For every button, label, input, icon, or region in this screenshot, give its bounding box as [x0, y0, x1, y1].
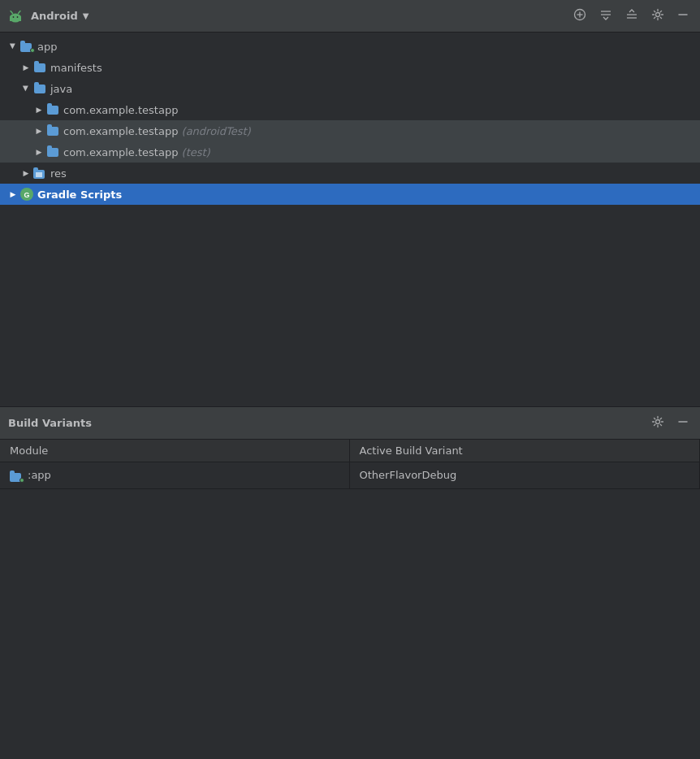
pkg2-label: com.example.testapp (androidTest) [63, 125, 251, 137]
svg-line-3 [11, 11, 13, 14]
expand-all-button[interactable] [622, 7, 642, 25]
module-cell: :app [0, 462, 349, 489]
col-header-module: Module [0, 440, 349, 462]
svg-rect-7 [10, 15, 21, 21]
tree-item-res[interactable]: ▶ res [0, 163, 700, 184]
svg-line-5 [19, 11, 20, 14]
col-header-variant: Active Build Variant [349, 440, 700, 462]
file-tree-panel: Android ▼ [0, 0, 700, 406]
chevron-pkg3: ▶ [32, 148, 45, 156]
tree-item-app[interactable]: ▶ app [0, 36, 700, 57]
pkg3-folder-icon [45, 145, 60, 159]
svg-point-9 [17, 16, 19, 18]
file-tree-content: ▶ app ▶ [0, 33, 700, 406]
app-label: app [37, 41, 57, 53]
minimize-button[interactable] [674, 7, 692, 24]
svg-point-24 [656, 420, 660, 424]
settings-button[interactable] [648, 7, 668, 25]
collapse-all-button[interactable] [596, 7, 616, 25]
svg-point-4 [10, 10, 11, 11]
chevron-java: ▶ [22, 82, 30, 95]
chevron-gradle: ▶ [6, 190, 19, 198]
header-title: Android [31, 10, 78, 22]
build-variants-header: Build Variants [0, 407, 700, 440]
chevron-manifests: ▶ [19, 63, 32, 72]
tree-item-pkg3[interactable]: ▶ com.example.testapp (test) [0, 141, 700, 163]
build-variants-actions [648, 414, 692, 432]
android-icon [8, 9, 23, 24]
module-folder-icon [10, 469, 23, 482]
res-label: res [50, 167, 67, 180]
build-variants-title: Build Variants [8, 417, 92, 429]
gradle-icon: G [19, 187, 34, 202]
chevron-pkg2: ▶ [32, 127, 45, 135]
res-folder-icon [32, 166, 47, 180]
tree-item-java[interactable]: ▶ java [0, 78, 700, 99]
tree-item-pkg2[interactable]: ▶ com.example.testapp (androidTest) [0, 120, 700, 141]
chevron-pkg1: ▶ [32, 106, 45, 114]
module-name: :app [28, 469, 51, 481]
tree-item-manifests[interactable]: ▶ manifests [0, 57, 700, 78]
java-folder-icon [32, 81, 47, 96]
java-label: java [50, 83, 72, 95]
svg-text:G: G [24, 191, 29, 199]
build-variants-panel: Build Variants Module [0, 407, 700, 759]
file-tree-header: Android ▼ [0, 0, 700, 33]
tree-item-gradle[interactable]: ▶ G Gradle Scripts [0, 184, 700, 205]
add-button[interactable] [570, 7, 590, 25]
svg-point-6 [19, 10, 20, 11]
header-actions [570, 7, 692, 25]
manifests-folder-icon [32, 60, 47, 75]
bv-settings-button[interactable] [648, 414, 668, 432]
pkg3-label: com.example.testapp (test) [63, 146, 210, 158]
gradle-label: Gradle Scripts [37, 189, 122, 201]
pkg1-folder-icon [45, 102, 60, 117]
chevron-app: ▶ [9, 40, 17, 53]
bv-minimize-button[interactable] [674, 414, 692, 432]
chevron-res: ▶ [19, 169, 32, 177]
svg-point-17 [656, 13, 660, 17]
variant-cell[interactable]: OtherFlavorDebug [349, 462, 700, 489]
pkg2-folder-icon [45, 124, 60, 138]
svg-point-8 [13, 16, 15, 18]
manifests-label: manifests [50, 62, 102, 74]
pkg1-label: com.example.testapp [63, 104, 178, 116]
app-folder-icon [19, 39, 34, 54]
table-row: :app OtherFlavorDebug [0, 462, 700, 489]
header-left: Android ▼ [8, 9, 89, 24]
app-layout: Android ▼ [0, 0, 700, 759]
build-variants-table: Module Active Build Variant [0, 440, 700, 489]
dropdown-arrow[interactable]: ▼ [83, 11, 89, 20]
tree-item-pkg1[interactable]: ▶ com.example.testapp [0, 99, 700, 120]
